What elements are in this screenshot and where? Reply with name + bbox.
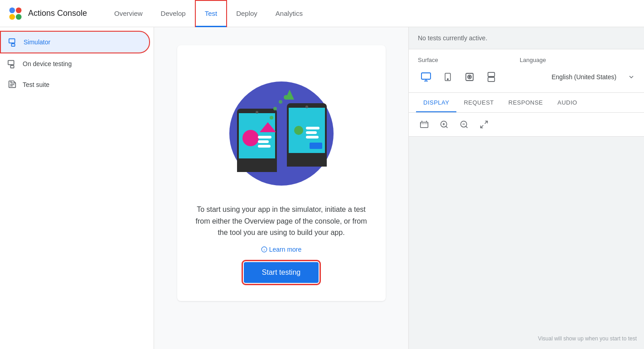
svg-rect-5 [11,44,15,47]
svg-point-45 [447,79,449,80]
zoom-in-icon [440,120,449,129]
svg-point-0 [10,7,15,13]
main-content: To start using your app in the simulator… [154,27,408,349]
visual-hint-text: Visual will show up when you start to te… [538,335,637,342]
svg-point-1 [16,7,22,13]
top-nav: Actions Console Overview Develop Test De… [0,0,644,27]
surface-lang-row: Surface Language [409,49,644,93]
test-suite-icon [7,80,17,90]
svg-rect-4 [9,39,15,43]
app-title: Actions Console [28,9,87,18]
sidebar-item-simulator[interactable]: Simulator [0,31,150,53]
sidebar-item-simulator-label: Simulator [24,38,50,46]
tab-request[interactable]: REQUEST [456,93,501,112]
svg-rect-29 [310,143,322,149]
svg-rect-41 [421,73,431,79]
svg-rect-17 [258,136,271,139]
nav-item-test[interactable]: Test [195,0,228,27]
svg-point-25 [294,126,303,135]
zoom-out-icon [460,120,469,129]
surface-monitor-button[interactable] [418,69,434,85]
display-area: Visual will show up when you start to te… [409,137,644,349]
tab-response[interactable]: RESPONSE [501,93,550,112]
surface-flip-phone-button[interactable] [483,69,499,85]
svg-rect-8 [10,66,14,68]
simulator-icon [8,37,18,47]
surface-speaker-button[interactable] [461,69,478,85]
svg-rect-52 [421,122,428,128]
right-panel: No tests currently active. Surface Langu… [408,27,644,349]
tab-display[interactable]: DISPLAY [416,93,456,112]
svg-line-57 [446,126,448,128]
svg-rect-49 [488,72,495,76]
svg-line-61 [466,126,468,128]
chevron-down-icon [628,73,635,81]
display-tabs: DISPLAY REQUEST RESPONSE AUDIO [409,93,644,113]
nav-item-analytics[interactable]: Analytics [266,0,312,27]
simulator-illustration [218,63,345,190]
info-icon [261,246,267,253]
svg-rect-18 [258,140,269,143]
sidebar-item-test-suite-label: Test suite [23,81,49,88]
nav-items: Overview Develop Test Deploy Analytics [105,0,637,27]
surface-label: Surface [418,57,438,63]
svg-rect-31 [287,162,327,167]
svg-point-48 [469,76,470,78]
learn-more-link[interactable]: Learn more [261,246,302,253]
simulator-card: To start using your app in the simulator… [177,45,386,301]
svg-rect-21 [237,167,277,172]
speaker-icon [464,72,475,82]
surface-phone-button[interactable] [440,69,456,85]
language-label: Language [520,57,546,63]
svg-rect-7 [8,61,14,65]
svg-point-32 [270,116,273,120]
svg-point-24 [305,105,308,108]
svg-rect-27 [306,131,317,134]
svg-point-33 [273,107,277,110]
flip-phone-icon [486,72,496,82]
svg-point-15 [256,111,258,114]
main-layout: Simulator On device testing [0,27,644,349]
on-device-testing-icon [7,59,17,69]
google-logo-icon [7,5,24,22]
monitor-icon [421,72,431,82]
svg-point-2 [10,14,15,19]
language-select[interactable]: English (United States) [552,73,626,81]
svg-line-63 [485,121,488,124]
svg-line-64 [481,125,484,128]
zoom-out-button[interactable] [456,116,472,133]
sidebar-item-on-device-label: On device testing [23,60,72,67]
start-testing-button[interactable]: Start testing [244,262,319,283]
phone-icon [443,72,452,82]
no-tests-message: No tests currently active. [418,34,487,42]
svg-rect-28 [306,136,319,139]
svg-rect-50 [488,77,495,81]
nav-item-overview[interactable]: Overview [105,0,152,27]
logo-area: Actions Console [7,5,87,22]
fullscreen-button[interactable] [476,116,492,133]
sidebar: Simulator On device testing [0,27,154,349]
language-select-wrapper: English (United States) [552,73,635,81]
fullscreen-icon [479,120,489,129]
svg-rect-19 [258,145,271,148]
fit-screen-button[interactable] [416,116,432,133]
zoom-in-button[interactable] [436,116,452,133]
svg-point-16 [242,130,259,146]
fit-screen-icon [420,120,429,129]
svg-point-34 [279,100,282,104]
surface-icons [418,69,499,85]
tab-audio[interactable]: AUDIO [550,93,585,112]
nav-item-develop[interactable]: Develop [152,0,195,27]
display-toolbar [409,113,644,137]
description-text: To start using your app in the simulator… [195,204,368,239]
svg-point-3 [16,14,22,19]
sidebar-item-on-device-testing[interactable]: On device testing [0,53,150,74]
svg-rect-26 [306,127,320,129]
no-tests-banner: No tests currently active. [409,27,644,49]
sidebar-item-test-suite[interactable]: Test suite [0,74,150,95]
nav-item-deploy[interactable]: Deploy [227,0,266,27]
